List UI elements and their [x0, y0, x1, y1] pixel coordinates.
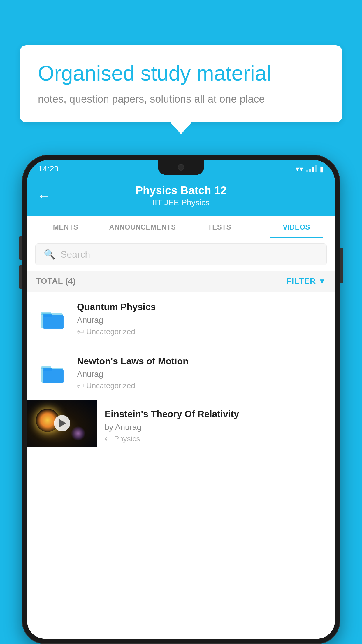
bubble-subtitle: notes, question papers, solutions all at…: [38, 92, 324, 106]
phone-screen: 14:29 ▾▾ ▮ ←: [27, 160, 335, 639]
header-title: Physics Batch 12: [59, 184, 303, 197]
header-title-block: Physics Batch 12 IIT JEE Physics: [59, 184, 303, 207]
orb-glow-2: [71, 426, 85, 441]
side-button-volume-down: [19, 265, 22, 289]
svg-rect-7: [43, 368, 52, 371]
video-thumbnail: [27, 400, 97, 447]
camera-dot: [178, 164, 184, 171]
search-bar[interactable]: 🔍 Search: [35, 243, 327, 265]
video-tag: 🏷 Physics: [105, 434, 327, 443]
folder-thumbnail: [36, 305, 69, 332]
tab-announcements[interactable]: ANNOUNCEMENTS: [104, 216, 181, 238]
header-subtitle: IIT JEE Physics: [59, 198, 303, 207]
tag-icon: 🏷: [77, 382, 84, 390]
wifi-icon: ▾▾: [296, 164, 303, 174]
battery-icon: ▮: [320, 164, 324, 174]
video-tag: 🏷 Uncategorized: [77, 381, 326, 390]
filter-funnel-icon: ▼: [318, 277, 326, 286]
search-icon: 🔍: [44, 249, 55, 260]
svg-rect-6: [43, 369, 64, 383]
svg-rect-2: [43, 315, 64, 329]
tab-ments[interactable]: MENTS: [27, 216, 104, 238]
speech-bubble: Organised study material notes, question…: [20, 45, 342, 123]
tag-icon: 🏷: [105, 435, 112, 443]
video-info: Einstein's Theory Of Relativity by Anura…: [97, 400, 335, 452]
back-button[interactable]: ←: [37, 189, 50, 203]
video-title: Newton's Laws of Motion: [77, 355, 326, 368]
search-bar-container: 🔍 Search: [27, 238, 335, 271]
video-list: Quantum Physics Anurag 🏷 Uncategorized: [27, 292, 335, 639]
tabs-bar: MENTS ANNOUNCEMENTS TESTS VIDEOS: [27, 216, 335, 238]
phone-mockup: 14:29 ▾▾ ▮ ←: [22, 155, 340, 644]
status-time: 14:29: [38, 164, 59, 174]
list-item[interactable]: Quantum Physics Anurag 🏷 Uncategorized: [27, 292, 335, 346]
video-title: Quantum Physics: [77, 301, 326, 313]
folder-thumbnail: [36, 360, 69, 386]
side-button-power: [340, 248, 343, 283]
video-info: Quantum Physics Anurag 🏷 Uncategorized: [77, 301, 326, 336]
side-button-volume-up: [19, 236, 22, 260]
status-icons: ▾▾ ▮: [296, 164, 324, 174]
folder-icon: [40, 361, 66, 384]
play-button[interactable]: [54, 415, 70, 431]
search-input[interactable]: Search: [61, 249, 90, 260]
tab-videos[interactable]: VIDEOS: [258, 216, 335, 238]
folder-icon: [40, 307, 66, 330]
total-count-label: TOTAL (4): [36, 276, 76, 286]
speech-bubble-section: Organised study material notes, question…: [20, 45, 342, 123]
filter-button[interactable]: FILTER ▼: [286, 276, 326, 286]
video-title: Einstein's Theory Of Relativity: [105, 408, 327, 420]
video-tag: 🏷 Uncategorized: [77, 327, 326, 336]
video-author: Anurag: [77, 316, 326, 325]
tab-tests[interactable]: TESTS: [181, 216, 258, 238]
video-info: Newton's Laws of Motion Anurag 🏷 Uncateg…: [77, 355, 326, 391]
list-item[interactable]: Einstein's Theory Of Relativity by Anura…: [27, 400, 335, 452]
app-header: ← Physics Batch 12 IIT JEE Physics: [27, 178, 335, 216]
content-area: 🔍 Search TOTAL (4) FILTER ▼: [27, 238, 335, 639]
tag-icon: 🏷: [77, 328, 84, 336]
video-author: by Anurag: [105, 423, 327, 432]
filter-bar: TOTAL (4) FILTER ▼: [27, 271, 335, 292]
svg-rect-3: [43, 314, 52, 317]
video-author: Anurag: [77, 370, 326, 379]
signal-icon: [306, 165, 317, 172]
list-item[interactable]: Newton's Laws of Motion Anurag 🏷 Uncateg…: [27, 346, 335, 400]
phone-outer: 14:29 ▾▾ ▮ ←: [22, 155, 340, 644]
play-triangle-icon: [59, 419, 66, 427]
phone-notch: [158, 160, 204, 175]
bubble-title: Organised study material: [38, 61, 324, 85]
